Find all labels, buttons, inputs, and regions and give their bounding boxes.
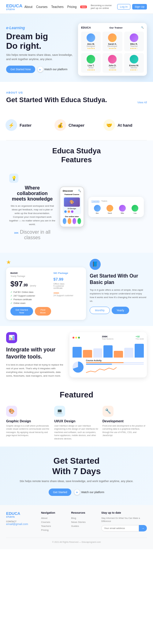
bar-5 xyxy=(114,351,123,358)
online-tutor-label: Our online tutor xyxy=(63,216,81,217)
monthly-button[interactable]: Monthly xyxy=(90,307,110,314)
footer-nav-courses[interactable]: Courses xyxy=(41,521,65,523)
subscribe-button[interactable]: → xyxy=(139,525,147,531)
trainer-role: Mentor xyxy=(126,67,142,69)
avatar-xs xyxy=(71,210,74,213)
search-icon-sm: 🔍 xyxy=(78,190,81,192)
trainer-card: Sarah K. Developer ★★★★★ xyxy=(103,32,122,51)
dash-stat-sub: Total Students xyxy=(102,338,114,340)
cta-start-button[interactable]: Get Started xyxy=(49,489,71,496)
footer-brand: EDUCA STUDYA CONTACT email@gmail.com xyxy=(6,511,35,533)
login-button[interactable]: Log In xyxy=(117,4,130,10)
bar-1 xyxy=(73,347,82,358)
price-cents: .99 xyxy=(23,283,28,287)
check-icon: ✓ xyxy=(10,291,13,293)
nav-new-link[interactable]: Becoming a course part up on online xyxy=(91,4,115,10)
find-more-button[interactable]: Find More xyxy=(35,307,51,316)
footer-nav-pricing[interactable]: Pricing xyxy=(41,529,65,531)
get-started-pricing-button[interactable]: Get Started Now xyxy=(10,307,33,316)
app-mockup: Courses Tutors Alex Sarah Mike xyxy=(88,197,144,217)
athand-icon: 🤝 xyxy=(103,119,115,131)
secondary-plan-badge: SIC Package xyxy=(54,272,82,274)
signup-button[interactable]: Sign Up xyxy=(132,4,147,10)
cheaper-label: Cheaper xyxy=(69,123,84,128)
course-img: 🎨 xyxy=(64,197,80,207)
maximize-dot xyxy=(78,337,80,339)
email-link[interactable]: email@gmail.com xyxy=(6,523,28,526)
collab-desc: Stix is an organized workspace and that … xyxy=(9,204,55,226)
hero-title-line2: Do right. xyxy=(6,41,75,51)
watch-label: Watch our platform xyxy=(44,68,68,71)
footer-res-blog[interactable]: Blog xyxy=(71,517,95,519)
trainer-card: Alex M. Designer ★★★★★ xyxy=(81,32,101,51)
trainer-role: Teacher xyxy=(126,45,142,47)
cta-buttons: Get Started Watch our platform xyxy=(6,489,147,496)
cta-watch-button[interactable]: Watch our platform xyxy=(74,489,104,495)
view-all-link[interactable]: View All xyxy=(137,101,147,104)
tutor-name: Lisa xyxy=(129,212,141,214)
new-badge: New xyxy=(80,6,87,8)
featured-title: Featured xyxy=(6,390,147,400)
collab-section: 💡 Where collaboration meets knowledge St… xyxy=(6,171,147,247)
cta-bottom-section: Get Started With 7 Days Stix helps remot… xyxy=(0,447,153,505)
nav-logo: EDUCA STUDYA xyxy=(6,3,22,10)
tutor-item: Sarah xyxy=(104,205,115,214)
progress-bar xyxy=(86,362,144,363)
integrate-icon: 📊 xyxy=(6,332,17,343)
app-nav: Courses Tutors xyxy=(91,200,141,202)
nav-courses[interactable]: Courses xyxy=(36,5,47,9)
integrate-desc: It is best-in-class product that ist try… xyxy=(6,363,66,378)
minimize-dot xyxy=(75,337,77,339)
footer-nav-about[interactable]: About xyxy=(41,517,65,519)
avatar xyxy=(87,33,95,42)
feat-card-uiux: 💻 UI/UX Design User Interface design or … xyxy=(54,406,99,441)
tutor-img xyxy=(119,205,126,212)
watch-button[interactable]: Watch our platform xyxy=(38,67,68,72)
course-title: UI Design xyxy=(64,208,80,209)
trainer-card: Lisa T. Artist ★★★★★ xyxy=(81,53,101,73)
trainer-grid: Alex M. Designer ★★★★★ Sarah K. Develope… xyxy=(81,32,144,73)
pricing-cta-desc: Top in it gude offers a series of simple… xyxy=(90,288,147,303)
feat-card-graphic: 🎨 Graphic Design Graphic design is a cra… xyxy=(6,406,50,441)
plan-feature: ✓Full 50+ Online class xyxy=(10,291,51,293)
footer-contact: CONTACT email@gmail.com xyxy=(6,520,35,526)
faster-icon: ⚡ xyxy=(6,119,17,131)
trainer-card: John D. Coach ★★★★★ xyxy=(103,53,122,73)
nav-about[interactable]: About xyxy=(24,5,32,9)
trainer-name: Alex M. xyxy=(83,43,99,45)
footer-logo-sub: STUDYA xyxy=(6,516,35,518)
features-title-line1: Educa Studya xyxy=(6,147,147,155)
features-title-line2: Features xyxy=(6,155,147,164)
secondary-features: Office class 5 customer certificate xyxy=(54,283,82,289)
yearly-button[interactable]: Yearly xyxy=(112,307,129,314)
collab-content: 💡 Where collaboration meets knowledge St… xyxy=(9,174,55,240)
cta-title: Get Started With 7 Days xyxy=(6,456,147,476)
footer-nav-teachers[interactable]: Teachers xyxy=(41,525,65,527)
footer-res-guides[interactable]: Guides xyxy=(71,525,95,527)
footer-res-news[interactable]: News Stories xyxy=(71,521,95,523)
trainer-name: Emma W. xyxy=(126,64,142,67)
check-icon: ✓ xyxy=(10,298,13,301)
feat-card-desc: Front-end web development is the practic… xyxy=(103,424,147,437)
avatars-row xyxy=(64,210,80,213)
email-input[interactable] xyxy=(101,525,139,531)
nav-pricing[interactable]: Pricing xyxy=(67,5,77,9)
stat-398k: 398K xyxy=(54,292,82,294)
nav-teachers[interactable]: Teachers xyxy=(51,5,64,9)
check-icon: ✓ xyxy=(10,302,13,305)
laptop-logo: EDUCA xyxy=(81,26,91,29)
get-started-hero-button[interactable]: Get Started Now xyxy=(6,66,35,73)
play-icon xyxy=(38,67,43,72)
tutor-avatar xyxy=(68,218,71,224)
plan-feature: ✓Premium certificate xyxy=(10,298,51,301)
price-display: $97.99 /yearly xyxy=(10,280,51,288)
footer: EDUCA STUDYA CONTACT email@gmail.com Nav… xyxy=(0,505,153,549)
price-dollars: $97 xyxy=(10,280,23,288)
footer-res-title: Resources xyxy=(71,511,95,514)
educa-features-section: Educa Studya Features 💡 Where collaborat… xyxy=(0,140,153,253)
plan-feature: ✓24/7 Support customer xyxy=(10,294,51,297)
integrate-left: 📊 Integrate with your favorite tools. It… xyxy=(6,332,66,378)
pricing-right: 📘 Get Started With Our Basic plan Top in… xyxy=(90,259,147,314)
bar-4 xyxy=(103,345,113,358)
hero-buttons: Get Started Now Watch our platform xyxy=(6,66,75,73)
